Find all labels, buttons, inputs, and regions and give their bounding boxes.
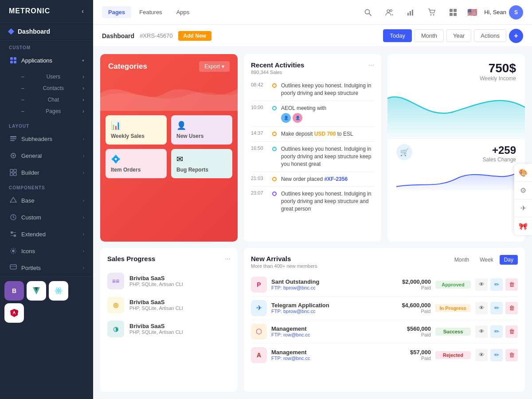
actions-button[interactable]: Actions xyxy=(474,29,506,42)
arrivals-actions-1: 👁 ✏ 🗑 xyxy=(475,278,518,291)
new-arrivals-title-area: New Arrivals More than 400+ new members xyxy=(251,255,317,269)
arrivals-action-edit-1[interactable]: ✏ xyxy=(490,278,503,291)
send-icon[interactable]: ✈ xyxy=(514,200,532,217)
sidebar: METRONIC ‹ Dashboard CUSTOM Applications… xyxy=(0,0,93,399)
sidebar-item-builder[interactable]: Builder › xyxy=(0,164,93,181)
svg-rect-42 xyxy=(454,9,457,12)
sidebar-item-general[interactable]: General › xyxy=(0,147,93,164)
svg-point-35 xyxy=(390,9,392,11)
sp-logo-2: ◎ xyxy=(107,297,124,313)
applications-icon xyxy=(9,56,18,65)
sp-row-2: ◎ Briviba SaaS PHP, SQLite, Artisan CLI xyxy=(107,293,231,317)
icons-label: Icons xyxy=(21,248,35,254)
act-text-5: New order placed #XF-2356 xyxy=(281,176,374,183)
svg-rect-38 xyxy=(412,10,413,16)
tab-features[interactable]: Features xyxy=(133,6,168,18)
svg-line-33 xyxy=(369,13,372,16)
sidebar-sub-item-chat[interactable]: – Chat › xyxy=(21,94,84,105)
chart-icon[interactable] xyxy=(403,5,418,20)
categories-card: Categories Export ▾ 📊 Weekly Sales 👤 New xyxy=(100,54,238,242)
sidebar-sub-item-contacts[interactable]: – Contacts › xyxy=(21,83,84,94)
arrivals-price-3: $560,000 Paid xyxy=(391,325,431,337)
new-arrivals-header: New Arrivals More than 400+ new members … xyxy=(251,255,518,269)
arrivals-action-delete-2[interactable]: 🗑 xyxy=(505,302,518,314)
category-new-users[interactable]: 👤 New Users xyxy=(171,115,232,145)
sidebar-sub-item-pages[interactable]: – Pages › xyxy=(21,106,84,117)
arrivals-price-1: $2,000,000 Paid xyxy=(391,278,431,290)
bootstrap-icon[interactable]: B xyxy=(4,281,24,301)
export-button[interactable]: Export ▾ xyxy=(199,61,230,72)
sales-change-icon: 🛒 xyxy=(396,144,412,160)
arrivals-tab-day[interactable]: Day xyxy=(500,255,518,265)
arrivals-tab-week[interactable]: Week xyxy=(475,255,497,265)
svg-point-34 xyxy=(387,10,390,12)
income-amount: 750$ xyxy=(396,61,516,75)
add-new-button[interactable]: Add New xyxy=(178,31,211,41)
tab-pages[interactable]: Pages xyxy=(102,6,131,18)
sidebar-item-extended[interactable]: Extended › xyxy=(0,226,93,243)
arrivals-action-view-1[interactable]: 👁 xyxy=(475,278,488,291)
search-icon[interactable] xyxy=(361,5,375,20)
sidebar-item-dashboard[interactable]: Dashboard xyxy=(0,23,93,41)
settings-icon[interactable]: ⚙ xyxy=(514,182,532,200)
arrivals-action-edit-4[interactable]: ✏ xyxy=(490,349,503,361)
tab-apps[interactable]: Apps xyxy=(170,6,196,18)
contacts-chevron: › xyxy=(82,85,84,91)
arrivals-action-edit-2[interactable]: ✏ xyxy=(490,302,503,314)
act-dot-5 xyxy=(272,177,277,181)
vue-icon[interactable] xyxy=(27,281,46,301)
category-item-orders[interactable]: 💠 Item Orders xyxy=(106,149,167,178)
category-bug-reports[interactable]: ✉ Bug Reports xyxy=(171,149,232,178)
act-dot-1 xyxy=(272,83,277,88)
month-button[interactable]: Month xyxy=(415,29,444,42)
sidebar-frameworks: B xyxy=(0,276,93,327)
notification-icon[interactable]: 🎀 xyxy=(514,217,532,235)
svg-point-19 xyxy=(12,250,15,252)
users-icon[interactable] xyxy=(382,5,396,20)
arrivals-action-delete-4[interactable]: 🗑 xyxy=(505,349,518,361)
sidebar-item-applications[interactable]: Applications ▾ xyxy=(0,52,93,69)
add-icon-button[interactable]: + xyxy=(509,29,523,43)
arrivals-action-delete-3[interactable]: 🗑 xyxy=(505,325,518,338)
sidebar-collapse-btn[interactable]: ‹ xyxy=(82,8,84,15)
arrivals-tab-month[interactable]: Month xyxy=(450,255,473,265)
topnav-right: 🇺🇸 Hi, Sean S xyxy=(361,5,523,20)
arrivals-action-edit-3[interactable]: ✏ xyxy=(490,325,503,338)
sales-progress-more-btn[interactable]: ··· xyxy=(225,255,231,263)
user-avatar[interactable]: S xyxy=(509,5,523,20)
act-time-6: 23:07 xyxy=(251,190,268,212)
svg-rect-1 xyxy=(14,57,16,60)
sales-change-amount: +259 xyxy=(483,144,516,156)
activities-more-btn[interactable]: ··· xyxy=(368,61,374,69)
sidebar-item-subheaders[interactable]: Subheaders › xyxy=(0,130,93,147)
react-icon[interactable] xyxy=(49,281,68,301)
cart-icon[interactable] xyxy=(425,5,439,20)
year-button[interactable]: Year xyxy=(446,29,471,42)
page-title: Dashboard xyxy=(102,32,134,39)
act-avatars-2: 👤 👤 xyxy=(281,113,374,123)
arrivals-badge-3: Success xyxy=(435,328,471,336)
palette-icon[interactable]: 🎨 xyxy=(514,164,532,182)
user-greeting[interactable]: Hi, Sean S xyxy=(484,5,523,20)
sidebar-item-icons[interactable]: Icons › xyxy=(0,243,93,259)
arrivals-action-view-4[interactable]: 👁 xyxy=(475,349,488,361)
sidebar-sub-item-users[interactable]: – Users › xyxy=(21,71,84,82)
sales-progress-title: Sales Progress xyxy=(107,255,155,262)
svg-rect-41 xyxy=(450,9,453,12)
angular-icon[interactable] xyxy=(4,303,24,323)
category-weekly-sales[interactable]: 📊 Weekly Sales xyxy=(106,115,167,145)
arrivals-action-view-3[interactable]: 👁 xyxy=(475,325,488,338)
today-button[interactable]: Today xyxy=(383,29,412,42)
svg-rect-16 xyxy=(14,235,16,237)
arrivals-ftp-3: FTP: row@bnc.cc xyxy=(271,332,387,337)
flag-icon[interactable]: 🇺🇸 xyxy=(467,8,477,17)
sidebar-item-custom[interactable]: Custom › xyxy=(0,209,93,226)
arrivals-action-delete-1[interactable]: 🗑 xyxy=(505,278,518,291)
sidebar-item-base[interactable]: Base › xyxy=(0,192,93,209)
sidebar-section-custom: CUSTOM xyxy=(0,41,93,52)
sp-info-3: Briviba SaaS PHP, SQLite, Artisan CLI xyxy=(129,323,231,335)
arrivals-action-view-2[interactable]: 👁 xyxy=(475,302,488,314)
sidebar-item-portlets[interactable]: Portlets › xyxy=(0,259,93,276)
income-card: 750$ Weekly Income 🛒 xyxy=(387,54,525,242)
grid-icon[interactable] xyxy=(446,5,460,20)
